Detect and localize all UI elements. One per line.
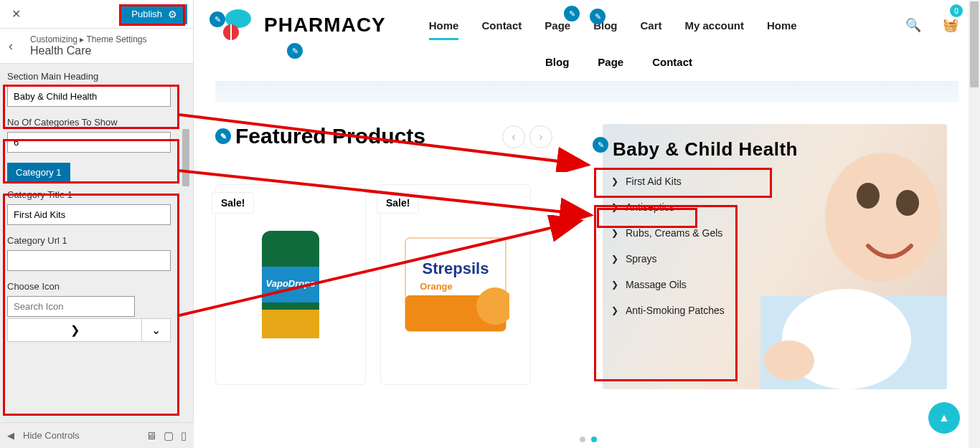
hero-strip [215,81,958,103]
pencil-icon[interactable]: ✎ [593,137,608,153]
health-bg: Baby & Child Health ❯First Aid Kits ❯Ant… [603,124,947,389]
category-title-input[interactable] [7,204,171,225]
pencil-icon[interactable]: ✎ [564,6,580,22]
category-label: Rubs, Creams & Gels [626,227,722,239]
health-panel: ✎ Baby & Child Health ❯First Aid Kits ❯A… [603,124,947,389]
category-badge: Category 1 [7,163,70,182]
svg-rect-2 [230,24,232,40]
svg-point-17 [764,340,814,381]
category-url-input[interactable] [7,250,171,271]
product-image: Strepsils Orange [402,224,509,345]
desktop-icon[interactable]: 🖥 [146,429,156,442]
category-item[interactable]: ❯Rubs, Creams & Gels [608,220,752,246]
collapse-icon[interactable]: ◀ [7,430,14,441]
section-heading-input[interactable] [7,86,171,107]
chevron-down-icon[interactable]: ⌄ [141,319,170,341]
chevron-right-icon[interactable]: ❯ [8,319,141,341]
sale-badge: Sale! [212,192,254,214]
svg-text:VapoDrops: VapoDrops [266,278,316,289]
category-item[interactable]: ❯Antiseptics [608,194,752,220]
chevron-right-icon: ❯ [611,202,618,212]
nav-account[interactable]: My account [685,19,745,32]
svg-point-15 [896,190,919,216]
chevron-right-icon: ❯ [611,280,618,290]
sale-badge: Sale! [377,192,419,214]
category-label: First Aid Kits [626,176,682,187]
tablet-icon[interactable]: ▢ [164,429,174,442]
panel-scroll-thumb[interactable] [182,129,189,186]
site-logo[interactable]: PHARMACY [215,7,386,43]
publish-label: Publish [131,9,162,19]
close-icon[interactable]: ✕ [6,4,26,24]
category-label: Anti-Smoking Patches [626,305,725,316]
header-icons: 🔍 🧺 0 [905,17,958,33]
nav2-contact[interactable]: Contact [652,56,692,68]
section-heading-label: Section Main Heading [7,71,186,82]
carousel-next-icon[interactable]: › [529,125,552,148]
nav-cart[interactable]: Cart [641,19,662,32]
search-icon-input[interactable] [7,296,135,317]
primary-nav: Home Contact Page Blog Cart My account H… [429,19,797,32]
publish-button[interactable]: Publish ⚙ [121,4,187,24]
nav-home2[interactable]: Home [767,19,797,32]
pencil-icon[interactable]: ✎ [590,9,606,24]
categories-count-input[interactable] [7,132,171,153]
featured-column: ✎ Featured Products ‹ › Sale! VapoDrops [215,124,574,389]
cart-icon[interactable]: 🧺 0 [943,17,958,33]
carousel-dots [580,437,597,442]
category-label: Massage Oils [626,279,687,290]
carousel-prev-icon[interactable]: ‹ [502,125,525,148]
svg-text:Strepsils: Strepsils [423,259,489,277]
site-header: ✎ PHARMACY Home Contact Page Blog Cart M… [194,0,980,43]
chevron-right-icon: ❯ [611,176,618,186]
panel-body: Section Main Heading No Of Categories To… [0,64,193,422]
svg-point-13 [825,153,940,282]
mobile-icon[interactable]: ▯ [181,429,187,442]
category-item[interactable]: ❯Sprays [608,246,752,272]
brand-text: PHARMACY [264,14,386,37]
categories-count-label: No Of Categories To Show [7,117,186,128]
gear-icon[interactable]: ⚙ [168,9,177,20]
pencil-icon[interactable]: ✎ [209,11,225,27]
cart-count-badge: 0 [950,4,963,17]
dot-active[interactable] [591,437,597,442]
category-label: Sprays [626,253,657,264]
product-card[interactable]: Sale! Strepsils Orange [380,184,531,385]
secondary-nav: Blog Page Contact [545,43,980,75]
product-image: VapoDrops [248,224,334,345]
preview-pane: ✎ PHARMACY Home Contact Page Blog Cart M… [194,0,980,448]
customizer-panel: ✕ Publish ⚙ ‹ Customizing ▸ Theme Settin… [0,0,194,448]
pencil-icon[interactable]: ✎ [287,43,303,59]
category-title-label: Category Title 1 [7,189,186,200]
category-url-label: Category Url 1 [7,235,186,246]
icon-pager: ❯ ⌄ [7,318,171,342]
scroll-thumb[interactable] [970,1,979,87]
nav2-page[interactable]: Page [598,56,623,68]
svg-point-14 [857,183,880,209]
nav-contact[interactable]: Contact [481,19,522,32]
featured-heading-text: Featured Products [235,124,425,148]
scrollbar[interactable] [969,0,980,448]
product-card[interactable]: Sale! VapoDrops [215,184,366,385]
chevron-right-icon: ❯ [611,254,618,264]
breadcrumb-title: Health Care [30,44,147,57]
breadcrumb: ‹ Customizing ▸ Theme Settings Health Ca… [0,29,193,64]
chevron-right-icon: ❯ [611,305,618,315]
back-button[interactable]: ‹ [9,39,30,54]
footer-controls: ◀ Hide Controls 🖥 ▢ ▯ [0,422,194,448]
scroll-top-button[interactable]: ▲ [928,402,960,434]
category-item[interactable]: ❯Massage Oils [608,272,752,297]
customizer-topbar: ✕ Publish ⚙ [0,0,193,29]
nav-home[interactable]: Home [429,19,459,32]
nav2-blog[interactable]: Blog [545,56,569,68]
main-row: ✎ Featured Products ‹ › Sale! VapoDrops [194,124,980,389]
hide-controls-label[interactable]: Hide Controls [23,430,80,441]
baby-image [760,124,947,389]
category-item[interactable]: ❯Anti-Smoking Patches [608,297,752,323]
breadcrumb-path: Customizing ▸ Theme Settings [30,34,147,44]
search-icon[interactable]: 🔍 [905,17,921,33]
nav-page[interactable]: Page [545,19,570,32]
category-item[interactable]: ❯First Aid Kits [608,168,752,194]
pencil-icon[interactable]: ✎ [215,128,231,144]
dot[interactable] [580,437,585,442]
